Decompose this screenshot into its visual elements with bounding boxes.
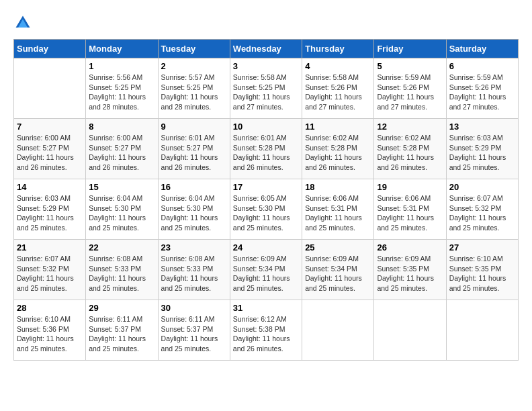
calendar-cell: 11Sunrise: 6:02 AMSunset: 5:28 PMDayligh… [302,119,374,179]
day-number: 7 [17,122,83,132]
day-info: Sunrise: 6:11 AMSunset: 5:37 PMDaylight:… [161,314,227,354]
calendar-cell: 27Sunrise: 6:10 AMSunset: 5:35 PMDayligh… [446,240,518,300]
day-number: 26 [377,242,443,253]
column-header-thursday: Thursday [302,40,374,58]
page-header [13,13,519,32]
day-info: Sunrise: 6:07 AMSunset: 5:32 PMDaylight:… [17,254,83,293]
day-number: 6 [449,61,515,71]
calendar-cell: 15Sunrise: 6:04 AMSunset: 5:30 PMDayligh… [86,179,158,240]
calendar-cell: 14Sunrise: 6:03 AMSunset: 5:29 PMDayligh… [14,179,86,240]
calendar-cell: 24Sunrise: 6:09 AMSunset: 5:34 PMDayligh… [230,240,302,300]
day-info: Sunrise: 6:06 AMSunset: 5:31 PMDaylight:… [377,193,443,233]
day-number: 3 [233,61,299,71]
day-info: Sunrise: 6:00 AMSunset: 5:27 PMDaylight:… [17,133,83,173]
day-number: 27 [449,242,515,253]
day-info: Sunrise: 6:08 AMSunset: 5:33 PMDaylight:… [161,254,227,293]
logo [13,13,35,32]
day-number: 1 [89,61,154,71]
calendar-cell: 10Sunrise: 6:01 AMSunset: 5:28 PMDayligh… [230,119,302,179]
calendar-cell: 9Sunrise: 6:01 AMSunset: 5:27 PMDaylight… [158,119,230,179]
day-number: 11 [305,122,371,132]
calendar-cell: 8Sunrise: 6:00 AMSunset: 5:27 PMDaylight… [86,119,158,179]
day-info: Sunrise: 6:01 AMSunset: 5:27 PMDaylight:… [161,133,227,173]
day-info: Sunrise: 6:12 AMSunset: 5:38 PMDaylight:… [233,314,299,354]
calendar-cell [446,300,518,361]
calendar-cell: 31Sunrise: 6:12 AMSunset: 5:38 PMDayligh… [230,300,302,361]
day-number: 2 [161,61,227,71]
logo-icon [13,13,32,32]
calendar-table: SundayMondayTuesdayWednesdayThursdayFrid… [13,39,519,361]
calendar-cell: 2Sunrise: 5:57 AMSunset: 5:25 PMDaylight… [158,58,230,119]
day-number: 29 [89,303,154,313]
day-number: 8 [89,122,154,132]
day-info: Sunrise: 6:08 AMSunset: 5:33 PMDaylight:… [89,254,154,293]
day-number: 5 [377,61,443,71]
day-number: 15 [89,182,154,192]
day-number: 20 [449,182,515,192]
day-info: Sunrise: 6:11 AMSunset: 5:37 PMDaylight:… [89,314,154,354]
day-info: Sunrise: 6:00 AMSunset: 5:27 PMDaylight:… [89,133,154,173]
day-number: 17 [233,182,299,192]
column-header-friday: Friday [374,40,446,58]
day-number: 31 [233,303,299,313]
column-header-wednesday: Wednesday [230,40,302,58]
day-number: 19 [377,182,443,192]
calendar-cell: 19Sunrise: 6:06 AMSunset: 5:31 PMDayligh… [374,179,446,240]
calendar-cell: 25Sunrise: 6:09 AMSunset: 5:34 PMDayligh… [302,240,374,300]
calendar-cell: 7Sunrise: 6:00 AMSunset: 5:27 PMDaylight… [14,119,86,179]
column-header-tuesday: Tuesday [158,40,230,58]
day-info: Sunrise: 6:04 AMSunset: 5:30 PMDaylight:… [161,193,227,233]
calendar-cell: 12Sunrise: 6:02 AMSunset: 5:28 PMDayligh… [374,119,446,179]
day-info: Sunrise: 6:10 AMSunset: 5:36 PMDaylight:… [17,314,83,354]
day-number: 28 [17,303,83,313]
day-number: 4 [305,61,371,71]
week-row-3: 14Sunrise: 6:03 AMSunset: 5:29 PMDayligh… [14,179,519,240]
day-info: Sunrise: 6:02 AMSunset: 5:28 PMDaylight:… [377,133,443,173]
calendar-cell: 5Sunrise: 5:59 AMSunset: 5:26 PMDaylight… [374,58,446,119]
day-info: Sunrise: 5:59 AMSunset: 5:26 PMDaylight:… [377,73,443,112]
day-number: 18 [305,182,371,192]
week-row-4: 21Sunrise: 6:07 AMSunset: 5:32 PMDayligh… [14,240,519,300]
day-number: 14 [17,182,83,192]
column-header-monday: Monday [86,40,158,58]
day-number: 25 [305,242,371,253]
day-info: Sunrise: 6:10 AMSunset: 5:35 PMDaylight:… [449,254,515,293]
day-info: Sunrise: 6:07 AMSunset: 5:32 PMDaylight:… [449,193,515,233]
week-row-2: 7Sunrise: 6:00 AMSunset: 5:27 PMDaylight… [14,119,519,179]
day-info: Sunrise: 6:03 AMSunset: 5:29 PMDaylight:… [17,193,83,233]
calendar-cell: 16Sunrise: 6:04 AMSunset: 5:30 PMDayligh… [158,179,230,240]
day-info: Sunrise: 6:04 AMSunset: 5:30 PMDaylight:… [89,193,154,233]
calendar-cell: 26Sunrise: 6:09 AMSunset: 5:35 PMDayligh… [374,240,446,300]
day-info: Sunrise: 6:09 AMSunset: 5:34 PMDaylight:… [305,254,371,293]
week-row-1: 1Sunrise: 5:56 AMSunset: 5:25 PMDaylight… [14,58,519,119]
calendar-cell: 6Sunrise: 5:59 AMSunset: 5:26 PMDaylight… [446,58,518,119]
day-info: Sunrise: 6:05 AMSunset: 5:30 PMDaylight:… [233,193,299,233]
header-row: SundayMondayTuesdayWednesdayThursdayFrid… [14,40,519,58]
column-header-sunday: Sunday [14,40,86,58]
day-info: Sunrise: 5:56 AMSunset: 5:25 PMDaylight:… [89,73,154,112]
calendar-cell: 3Sunrise: 5:58 AMSunset: 5:25 PMDaylight… [230,58,302,119]
day-number: 24 [233,242,299,253]
day-number: 22 [89,242,154,253]
day-info: Sunrise: 6:03 AMSunset: 5:29 PMDaylight:… [449,133,515,173]
calendar-cell: 18Sunrise: 6:06 AMSunset: 5:31 PMDayligh… [302,179,374,240]
calendar-cell: 20Sunrise: 6:07 AMSunset: 5:32 PMDayligh… [446,179,518,240]
calendar-cell: 13Sunrise: 6:03 AMSunset: 5:29 PMDayligh… [446,119,518,179]
calendar-cell: 17Sunrise: 6:05 AMSunset: 5:30 PMDayligh… [230,179,302,240]
calendar-cell [302,300,374,361]
day-number: 30 [161,303,227,313]
day-number: 23 [161,242,227,253]
calendar-cell [14,58,86,119]
day-number: 16 [161,182,227,192]
calendar-cell: 23Sunrise: 6:08 AMSunset: 5:33 PMDayligh… [158,240,230,300]
calendar-cell: 1Sunrise: 5:56 AMSunset: 5:25 PMDaylight… [86,58,158,119]
calendar-cell: 21Sunrise: 6:07 AMSunset: 5:32 PMDayligh… [14,240,86,300]
column-header-saturday: Saturday [446,40,518,58]
day-info: Sunrise: 5:59 AMSunset: 5:26 PMDaylight:… [449,73,515,112]
day-number: 21 [17,242,83,253]
calendar-cell: 4Sunrise: 5:58 AMSunset: 5:26 PMDaylight… [302,58,374,119]
day-info: Sunrise: 6:09 AMSunset: 5:35 PMDaylight:… [377,254,443,293]
day-info: Sunrise: 6:01 AMSunset: 5:28 PMDaylight:… [233,133,299,173]
calendar-cell [374,300,446,361]
week-row-5: 28Sunrise: 6:10 AMSunset: 5:36 PMDayligh… [14,300,519,361]
